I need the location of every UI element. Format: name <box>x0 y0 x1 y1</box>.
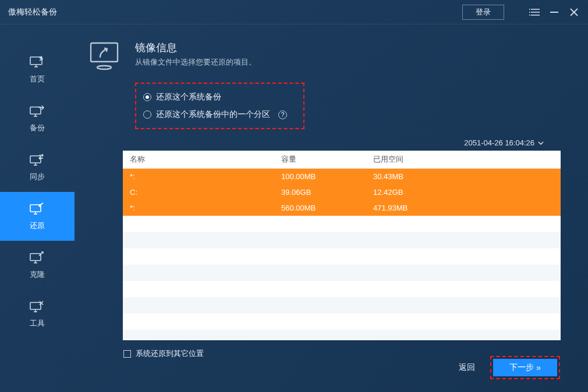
close-icon[interactable] <box>568 6 580 18</box>
next-button[interactable]: 下一步 » <box>493 359 557 376</box>
sidebar-item-backup[interactable]: 备份 <box>0 94 75 143</box>
restore-icon <box>29 202 45 216</box>
radio-restore-full[interactable]: 还原这个系统备份 <box>141 88 289 106</box>
svg-rect-14 <box>30 156 41 163</box>
table-row[interactable]: C: 39.06GB 12.42GB <box>123 184 561 200</box>
col-name: 名称 <box>123 151 274 169</box>
checkbox-icon <box>123 350 131 358</box>
sidebar-item-label: 工具 <box>30 318 45 329</box>
next-button-label: 下一步 <box>509 362 534 373</box>
next-button-highlight: 下一步 » <box>490 356 560 379</box>
page-header: 镜像信息 从镜像文件中选择您要还原的项目。 <box>87 41 560 72</box>
svg-rect-23 <box>30 302 41 309</box>
table-row-empty <box>123 232 561 248</box>
col-used: 已用空间 <box>366 151 561 169</box>
menu-list-icon[interactable] <box>529 6 540 18</box>
app-title: 傲梅轻松备份 <box>8 7 57 17</box>
sidebar-item-label: 同步 <box>30 172 45 182</box>
radio-label: 还原这个系统备份 <box>156 92 221 102</box>
chevron-down-icon <box>538 141 544 145</box>
sidebar-item-label: 备份 <box>30 123 45 133</box>
radio-label: 还原这个系统备份中的一个分区 <box>156 109 270 120</box>
timestamp-dropdown[interactable]: 2051-04-26 16:04:26 <box>87 138 544 147</box>
titlebar: 傲梅轻松备份 登录 <box>0 0 588 24</box>
table-row[interactable]: *: 560.00MB 471.93MB <box>123 200 561 216</box>
tools-icon <box>29 300 45 313</box>
table-header-row: 名称 容量 已用空间 <box>123 151 561 169</box>
image-info-icon <box>87 41 123 72</box>
restore-options-highlight: 还原这个系统备份 还原这个系统备份中的一个分区 ? <box>135 83 304 129</box>
svg-point-27 <box>97 66 111 69</box>
col-capacity: 容量 <box>274 151 366 169</box>
table-row-empty <box>123 330 561 340</box>
sidebar-item-label: 首页 <box>30 74 45 84</box>
cell-used: 30.43MB <box>366 169 561 185</box>
sidebar-item-label: 克隆 <box>30 269 45 280</box>
svg-rect-26 <box>91 43 118 62</box>
timestamp-text: 2051-04-26 16:04:26 <box>464 138 534 147</box>
sync-icon <box>29 153 45 167</box>
svg-point-4 <box>529 12 530 13</box>
cell-used: 12.42GB <box>366 184 561 200</box>
back-button[interactable]: 返回 <box>459 362 475 373</box>
sidebar-item-sync[interactable]: 同步 <box>0 143 75 192</box>
radio-icon <box>143 111 151 119</box>
page-subtitle: 从镜像文件中选择您要还原的项目。 <box>135 57 256 67</box>
sidebar-item-home[interactable]: 首页 <box>0 45 75 94</box>
svg-rect-20 <box>30 254 41 261</box>
cell-name: *: <box>123 169 274 185</box>
svg-point-5 <box>529 15 530 16</box>
minimize-icon[interactable] <box>548 6 560 18</box>
table-row-empty <box>123 313 561 330</box>
content-area: 镜像信息 从镜像文件中选择您要还原的项目。 还原这个系统备份 还原这个系统备份中… <box>75 24 588 392</box>
table-row-empty <box>123 281 561 297</box>
table-row[interactable]: *: 100.00MB 30.43MB <box>123 169 561 185</box>
sidebar-item-label: 还原 <box>30 220 45 231</box>
cell-capacity: 560.00MB <box>274 200 366 216</box>
table-row-empty <box>123 297 561 313</box>
cell-name: *: <box>123 200 274 216</box>
cell-capacity: 100.00MB <box>274 169 366 185</box>
sidebar-item-restore[interactable]: 还原 <box>0 192 75 241</box>
svg-point-3 <box>529 9 530 10</box>
table-row-empty <box>123 216 561 232</box>
sidebar-item-clone[interactable]: 克隆 <box>0 241 75 290</box>
double-chevron-right-icon: » <box>536 363 541 372</box>
table-row-empty <box>123 248 561 265</box>
checkbox-label: 系统还原到其它位置 <box>136 348 204 359</box>
cell-name: C: <box>123 184 274 200</box>
login-button[interactable]: 登录 <box>462 5 504 20</box>
svg-rect-11 <box>30 107 41 114</box>
help-icon[interactable]: ? <box>278 111 287 119</box>
table-row-empty <box>123 265 561 281</box>
cell-capacity: 39.06GB <box>274 184 366 200</box>
cell-used: 471.93MB <box>366 200 561 216</box>
home-icon <box>29 55 45 69</box>
radio-icon <box>143 93 151 101</box>
sidebar-item-tools[interactable]: 工具 <box>0 290 75 338</box>
partition-table: 名称 容量 已用空间 *: 100.00MB 30.43MB C: 39.06G… <box>123 151 561 340</box>
backup-icon <box>29 104 45 118</box>
clone-icon <box>29 251 45 265</box>
radio-restore-partition[interactable]: 还原这个系统备份中的一个分区 ? <box>141 106 289 123</box>
sidebar: 首页 备份 同步 还原 克隆 <box>0 24 75 392</box>
page-title: 镜像信息 <box>135 41 256 55</box>
bottom-actions: 返回 下一步 » <box>459 356 560 379</box>
